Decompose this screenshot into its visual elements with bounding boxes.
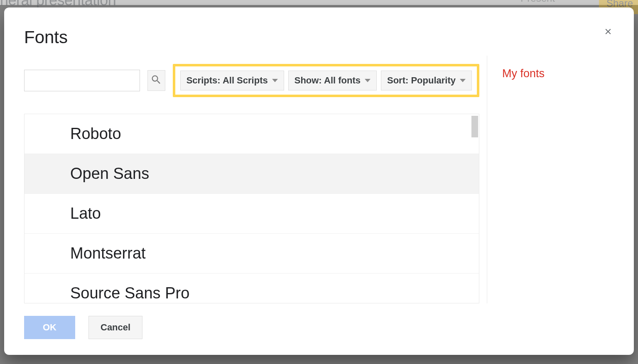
close-button[interactable] — [602, 27, 614, 38]
filter-highlight-box: Scripts: All Scripts Show: All fonts Sor… — [173, 64, 479, 97]
font-item-label: Lato — [70, 205, 101, 222]
font-item-label: Montserrat — [70, 244, 146, 262]
my-fonts-heading: My fonts — [502, 67, 619, 80]
cancel-button[interactable]: Cancel — [88, 316, 142, 339]
scrollbar-thumb[interactable] — [471, 116, 478, 137]
chevron-down-icon — [460, 79, 466, 82]
search-button[interactable] — [147, 70, 165, 91]
scrollbar[interactable] — [471, 114, 479, 303]
font-item[interactable]: Lato — [25, 194, 479, 234]
font-item[interactable]: Source Sans Pro — [25, 274, 479, 303]
dialog-title: Fonts — [24, 27, 614, 47]
font-search-input[interactable] — [24, 70, 140, 91]
show-filter-label: Show: All fonts — [294, 75, 361, 86]
scripts-filter[interactable]: Scripts: All Scripts — [180, 71, 284, 90]
scripts-filter-label: Scripts: All Scripts — [186, 75, 268, 86]
search-icon — [150, 74, 162, 87]
font-item[interactable]: Montserrat — [25, 234, 479, 274]
sort-filter[interactable]: Sort: Popularity — [381, 71, 472, 90]
chevron-down-icon — [272, 79, 278, 82]
fonts-dialog: Fonts Scripts: All Scripts — [4, 7, 634, 355]
font-item[interactable]: Roboto — [25, 114, 479, 154]
close-icon — [604, 27, 613, 38]
present-button-fragment: Present — [520, 0, 555, 4]
show-filter[interactable]: Show: All fonts — [288, 71, 377, 90]
sort-filter-label: Sort: Popularity — [387, 75, 456, 86]
font-list: RobotoOpen SansLatoMontserratSource Sans… — [24, 114, 479, 303]
font-item-label: Open Sans — [70, 165, 149, 183]
font-item-label: Roboto — [70, 125, 121, 143]
font-item-label: Source Sans Pro — [70, 284, 189, 302]
ok-button[interactable]: OK — [24, 316, 75, 339]
chevron-down-icon — [365, 79, 371, 82]
font-item[interactable]: Open Sans — [25, 154, 479, 194]
